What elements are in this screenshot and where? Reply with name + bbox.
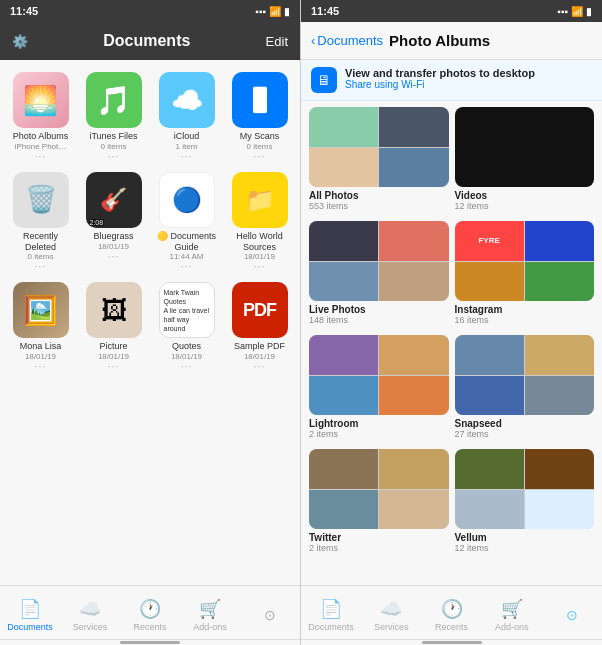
- file-hello-world[interactable]: 📁 Hello World Sources 18/01/19 ···: [225, 168, 294, 275]
- meta-sample-pdf: 18/01/19: [244, 352, 275, 361]
- gear-icon[interactable]: ⚙️: [12, 34, 28, 49]
- dots-hello-world[interactable]: ···: [254, 261, 265, 272]
- name-picture: Picture: [99, 341, 127, 352]
- edit-button[interactable]: Edit: [266, 34, 288, 49]
- album-name-videos: Videos: [455, 190, 595, 201]
- wifi-icon-right: 📶: [571, 6, 583, 17]
- status-bar-left: 11:45 ▪▪▪ 📶 ▮: [0, 0, 300, 22]
- photo-cell: [309, 335, 378, 375]
- album-all-photos[interactable]: All Photos 553 items: [309, 107, 449, 211]
- dots-icloud[interactable]: ···: [181, 151, 192, 162]
- back-button[interactable]: ‹ Documents: [311, 33, 383, 48]
- services-tab-label: Services: [73, 622, 108, 632]
- file-recently-deleted[interactable]: 🗑️ Recently Deleted 0 items ···: [6, 168, 75, 275]
- album-lightroom[interactable]: Lightroom 2 items: [309, 335, 449, 439]
- tab-documents-left[interactable]: 📄 Documents: [0, 594, 60, 632]
- tab-recents-left[interactable]: 🕐 Recents: [120, 594, 180, 632]
- file-photo-albums[interactable]: 🌅 Photo Albums iPhone Phot… ···: [6, 68, 75, 164]
- right-panel: 11:45 ▪▪▪ 📶 ▮ ‹ Documents Photo Albums 🖥…: [301, 0, 602, 645]
- photo-cell: [309, 148, 378, 188]
- dots-my-scans[interactable]: ···: [254, 151, 265, 162]
- wifi-link[interactable]: Share using Wi-Fi: [345, 79, 592, 90]
- meta-my-scans: 0 items: [247, 142, 273, 151]
- tab-extra-left[interactable]: ⊙: [240, 603, 300, 623]
- photo-cell: [309, 107, 378, 147]
- tab-extra-right[interactable]: ⊙: [542, 603, 602, 623]
- thumb-vellum: [455, 449, 595, 529]
- album-row-4: Twitter 2 items Vellum 12 items: [309, 449, 594, 553]
- file-picture[interactable]: 🖼 Picture 18/01/19 ···: [79, 278, 148, 374]
- status-icons-right: ▪▪▪ 📶 ▮: [557, 6, 592, 17]
- file-itunes[interactable]: 🎵 iTunes Files 0 items ···: [79, 68, 148, 164]
- documents-tab-icon-right: 📄: [320, 598, 342, 620]
- addons-tab-label: Add-ons: [193, 622, 227, 632]
- back-label: Documents: [317, 33, 383, 48]
- photo-cell: [379, 449, 448, 489]
- thumb-picture: 🖼: [86, 282, 142, 338]
- meta-mona-lisa: 18/01/19: [25, 352, 56, 361]
- thumb-documents-guide: 🔵: [159, 172, 215, 228]
- file-quotes[interactable]: Mark Twain QuotesA lie can travel half w…: [152, 278, 221, 374]
- tab-addons-left[interactable]: 🛒 Add-ons: [180, 594, 240, 632]
- tab-addons-right[interactable]: 🛒 Add-ons: [482, 594, 542, 632]
- name-mona-lisa: Mona Lisa: [20, 341, 62, 352]
- albums-scroll: All Photos 553 items Videos 12 items Liv…: [301, 101, 602, 585]
- wifi-icon-left: 📶: [269, 6, 281, 17]
- album-count-snapseed: 27 items: [455, 429, 595, 439]
- meta-hello-world: 18/01/19: [244, 252, 275, 261]
- name-sample-pdf: Sample PDF: [234, 341, 285, 352]
- name-my-scans: My Scans: [240, 131, 280, 142]
- album-live-photos[interactable]: Live Photos 148 items: [309, 221, 449, 325]
- dots-documents-guide[interactable]: ···: [181, 261, 192, 272]
- thumb-instagram: FYRE: [455, 221, 595, 301]
- dots-picture[interactable]: ···: [108, 361, 119, 372]
- photo-cell: [379, 107, 448, 147]
- photo-cell: [525, 262, 594, 302]
- thumb-videos: [455, 107, 595, 187]
- wifi-icon-box: 🖥: [311, 67, 337, 93]
- tab-documents-right[interactable]: 📄 Documents: [301, 594, 361, 632]
- status-bar-right: 11:45 ▪▪▪ 📶 ▮: [301, 0, 602, 22]
- extra-tab-icon-right: ⊙: [566, 607, 578, 623]
- addons-tab-icon: 🛒: [199, 598, 221, 620]
- album-row-2: Live Photos 148 items FYRE Instagram 16 …: [309, 221, 594, 325]
- album-videos[interactable]: Videos 12 items: [455, 107, 595, 211]
- photo-cell: [309, 221, 378, 261]
- tab-services-right[interactable]: ☁️ Services: [361, 594, 421, 632]
- tab-recents-right[interactable]: 🕐 Recents: [421, 594, 481, 632]
- file-icloud[interactable]: ☁️ iCloud 1 item ···: [152, 68, 221, 164]
- video-time: 2:08: [89, 219, 105, 226]
- album-name-instagram: Instagram: [455, 304, 595, 315]
- photo-cell: [379, 376, 448, 416]
- file-mona-lisa[interactable]: 🖼️ Mona Lisa 18/01/19 ···: [6, 278, 75, 374]
- album-snapseed[interactable]: Snapseed 27 items: [455, 335, 595, 439]
- thumb-quotes: Mark Twain QuotesA lie can travel half w…: [159, 282, 215, 338]
- tab-services-left[interactable]: ☁️ Services: [60, 594, 120, 632]
- album-count-all-photos: 553 items: [309, 201, 449, 211]
- file-my-scans[interactable]: 📱 My Scans 0 items ···: [225, 68, 294, 164]
- file-sample-pdf[interactable]: PDF Sample PDF 18/01/19 ···: [225, 278, 294, 374]
- services-tab-icon-right: ☁️: [380, 598, 402, 620]
- dots-quotes[interactable]: ···: [181, 361, 192, 372]
- album-vellum[interactable]: Vellum 12 items: [455, 449, 595, 553]
- dots-photo-albums[interactable]: ···: [35, 151, 46, 162]
- left-panel: 11:45 ▪▪▪ 📶 ▮ ⚙️ Documents Edit 🌅 Photo …: [0, 0, 301, 645]
- album-instagram[interactable]: FYRE Instagram 16 items: [455, 221, 595, 325]
- addons-tab-icon-right: 🛒: [501, 598, 523, 620]
- album-name-lightroom: Lightroom: [309, 418, 449, 429]
- thumb-bluegrass: 🎸 2:08: [86, 172, 142, 228]
- dots-mona-lisa[interactable]: ···: [35, 361, 46, 372]
- dots-bluegrass[interactable]: ···: [108, 251, 119, 262]
- dots-sample-pdf[interactable]: ···: [254, 361, 265, 372]
- file-bluegrass[interactable]: 🎸 2:08 Bluegrass 18/01/19 ···: [79, 168, 148, 275]
- dots-itunes[interactable]: ···: [108, 151, 119, 162]
- left-title: Documents: [103, 32, 190, 50]
- album-twitter[interactable]: Twitter 2 items: [309, 449, 449, 553]
- file-documents-guide[interactable]: 🔵 🟡 Documents Guide 11:44 AM ···: [152, 168, 221, 275]
- photo-cell: [379, 221, 448, 261]
- dots-recently-deleted[interactable]: ···: [35, 261, 46, 272]
- home-bar-right: [422, 641, 482, 644]
- thumb-live-photos: [309, 221, 449, 301]
- album-count-lightroom: 2 items: [309, 429, 449, 439]
- photo-cell: [525, 490, 594, 530]
